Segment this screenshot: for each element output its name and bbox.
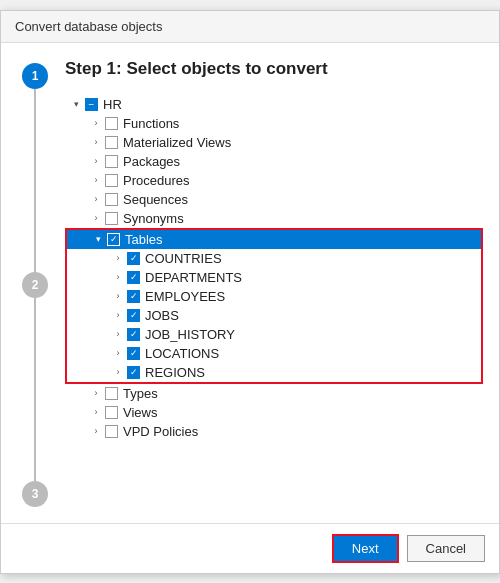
- dialog-title: Convert database objects: [1, 11, 499, 43]
- checkbox-tables[interactable]: [107, 233, 120, 246]
- label-synonyms: Synonyms: [123, 211, 184, 226]
- object-tree: ▾ HR › Functions › Materialized Views: [65, 95, 483, 441]
- label-departments: DEPARTMENTS: [145, 270, 242, 285]
- chevron-countries: ›: [111, 251, 125, 265]
- dialog-body: 1 2 3 Step 1: Select objects to convert …: [1, 43, 499, 523]
- label-job-history: JOB_HISTORY: [145, 327, 235, 342]
- convert-dialog: Convert database objects 1 2 3 Step 1: S…: [0, 10, 500, 574]
- label-hr: HR: [103, 97, 122, 112]
- step-2-circle: 2: [22, 272, 48, 298]
- step-1-circle: 1: [22, 63, 48, 89]
- tree-item-locations[interactable]: › LOCATIONS: [67, 344, 481, 363]
- chevron-job-history: ›: [111, 327, 125, 341]
- step-3-circle: 3: [22, 481, 48, 507]
- chevron-packages: ›: [89, 154, 103, 168]
- tree-item-vpd[interactable]: › VPD Policies: [65, 422, 483, 441]
- tree-item-packages[interactable]: › Packages: [65, 152, 483, 171]
- chevron-employees: ›: [111, 289, 125, 303]
- chevron-hr: ▾: [69, 97, 83, 111]
- next-button[interactable]: Next: [332, 534, 399, 563]
- tables-group-highlight: ▾ Tables › COUNTRIES › DEPARTMENT: [65, 228, 483, 384]
- label-procedures: Procedures: [123, 173, 189, 188]
- tree-item-jobs[interactable]: › JOBS: [67, 306, 481, 325]
- tree-item-employees[interactable]: › EMPLOYEES: [67, 287, 481, 306]
- chevron-synonyms: ›: [89, 211, 103, 225]
- dialog-footer: Next Cancel: [1, 523, 499, 573]
- tree-item-regions[interactable]: › REGIONS: [67, 363, 481, 382]
- chevron-types: ›: [89, 386, 103, 400]
- tree-item-functions[interactable]: › Functions: [65, 114, 483, 133]
- chevron-jobs: ›: [111, 308, 125, 322]
- checkbox-regions[interactable]: [127, 366, 140, 379]
- label-employees: EMPLOYEES: [145, 289, 225, 304]
- tree-item-sequences[interactable]: › Sequences: [65, 190, 483, 209]
- checkbox-synonyms[interactable]: [105, 212, 118, 225]
- label-countries: COUNTRIES: [145, 251, 222, 266]
- checkbox-procedures[interactable]: [105, 174, 118, 187]
- checkbox-hr[interactable]: [85, 98, 98, 111]
- step-heading: Step 1: Select objects to convert: [65, 59, 483, 79]
- label-views: Views: [123, 405, 157, 420]
- checkbox-functions[interactable]: [105, 117, 118, 130]
- label-matviews: Materialized Views: [123, 135, 231, 150]
- checkbox-locations[interactable]: [127, 347, 140, 360]
- checkbox-countries[interactable]: [127, 252, 140, 265]
- chevron-regions: ›: [111, 365, 125, 379]
- chevron-departments: ›: [111, 270, 125, 284]
- tree-item-tables[interactable]: ▾ Tables: [67, 230, 481, 249]
- tree-item-procedures[interactable]: › Procedures: [65, 171, 483, 190]
- tree-item-views[interactable]: › Views: [65, 403, 483, 422]
- checkbox-sequences[interactable]: [105, 193, 118, 206]
- tree-item-job-history[interactable]: › JOB_HISTORY: [67, 325, 481, 344]
- checkbox-types[interactable]: [105, 387, 118, 400]
- content-panel: Step 1: Select objects to convert ▾ HR ›…: [65, 59, 483, 507]
- checkbox-job-history[interactable]: [127, 328, 140, 341]
- chevron-matviews: ›: [89, 135, 103, 149]
- label-regions: REGIONS: [145, 365, 205, 380]
- step-line-1: [34, 89, 36, 272]
- tree-item-matviews[interactable]: › Materialized Views: [65, 133, 483, 152]
- checkbox-jobs[interactable]: [127, 309, 140, 322]
- label-vpd: VPD Policies: [123, 424, 198, 439]
- steps-panel: 1 2 3: [17, 59, 53, 507]
- checkbox-views[interactable]: [105, 406, 118, 419]
- label-locations: LOCATIONS: [145, 346, 219, 361]
- chevron-procedures: ›: [89, 173, 103, 187]
- tree-item-departments[interactable]: › DEPARTMENTS: [67, 268, 481, 287]
- label-sequences: Sequences: [123, 192, 188, 207]
- chevron-views: ›: [89, 405, 103, 419]
- label-packages: Packages: [123, 154, 180, 169]
- label-functions: Functions: [123, 116, 179, 131]
- cancel-button[interactable]: Cancel: [407, 535, 485, 562]
- label-jobs: JOBS: [145, 308, 179, 323]
- tree-item-hr[interactable]: ▾ HR: [65, 95, 483, 114]
- chevron-locations: ›: [111, 346, 125, 360]
- chevron-tables: ▾: [91, 232, 105, 246]
- tree-item-types[interactable]: › Types: [65, 384, 483, 403]
- checkbox-matviews[interactable]: [105, 136, 118, 149]
- tree-item-countries[interactable]: › COUNTRIES: [67, 249, 481, 268]
- checkbox-vpd[interactable]: [105, 425, 118, 438]
- checkbox-employees[interactable]: [127, 290, 140, 303]
- checkbox-packages[interactable]: [105, 155, 118, 168]
- checkbox-departments[interactable]: [127, 271, 140, 284]
- tree-item-synonyms[interactable]: › Synonyms: [65, 209, 483, 228]
- label-types: Types: [123, 386, 158, 401]
- step-line-2: [34, 298, 36, 481]
- chevron-sequences: ›: [89, 192, 103, 206]
- chevron-vpd: ›: [89, 424, 103, 438]
- label-tables: Tables: [125, 232, 163, 247]
- chevron-functions: ›: [89, 116, 103, 130]
